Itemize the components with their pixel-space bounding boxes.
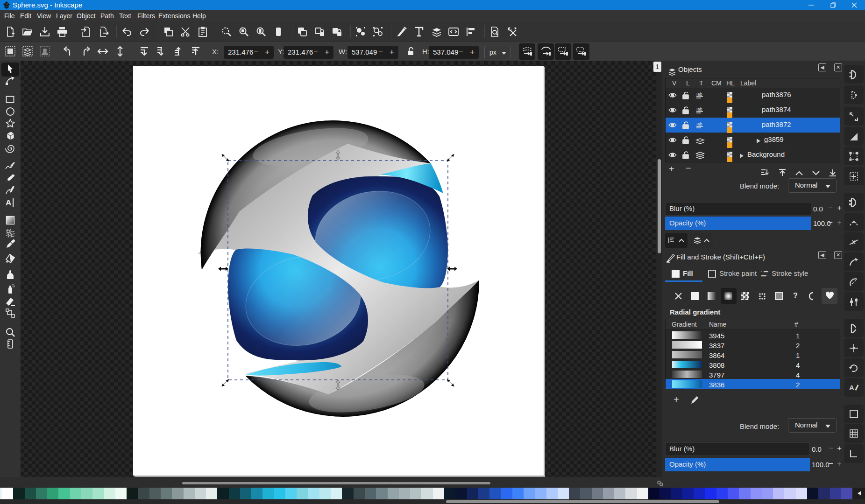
svg-text:A: A	[849, 384, 854, 392]
svg-text:A: A	[6, 198, 11, 207]
svg-text:Iab: Iab	[696, 92, 702, 97]
